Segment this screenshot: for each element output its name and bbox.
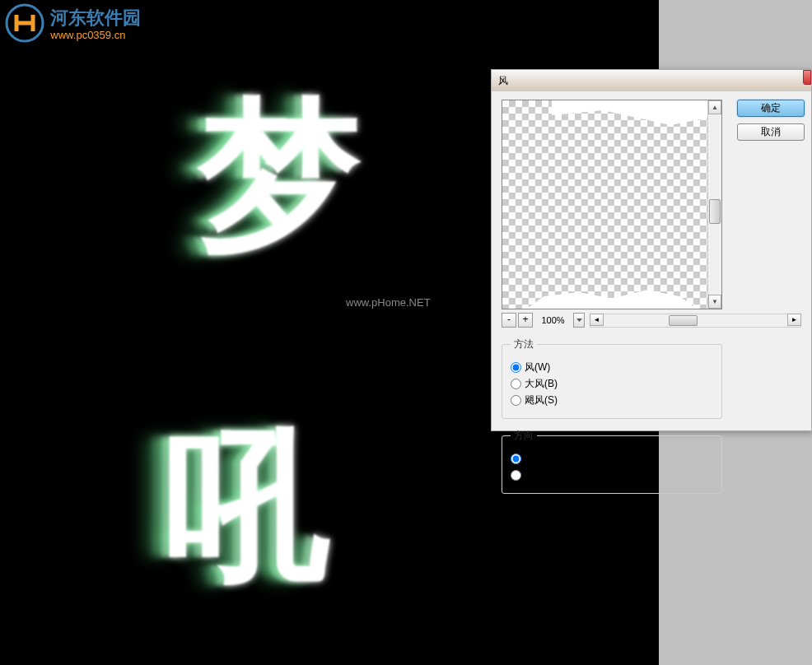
close-button[interactable]: [803, 70, 811, 85]
radio-wind[interactable]: 风(W): [511, 360, 713, 374]
cancel-button[interactable]: 取消: [737, 123, 805, 141]
logo-url: www.pc0359.cn: [50, 29, 141, 41]
radio-from-right[interactable]: 从右(R): [511, 452, 713, 466]
center-watermark: www.pHome.NET: [346, 296, 431, 309]
method-legend: 方法: [511, 337, 537, 351]
zoom-value: 100%: [534, 315, 572, 325]
radio-from-left-label: 从左(L): [525, 468, 557, 482]
logo-title: 河东软件园: [50, 6, 141, 30]
radio-blast-input[interactable]: [511, 379, 521, 389]
scroll-up-icon[interactable]: ▲: [708, 100, 721, 114]
dialog-title: 风: [498, 75, 508, 86]
chevron-down-icon: [576, 319, 582, 322]
radio-stagger[interactable]: 飓风(S): [511, 393, 713, 407]
canvas-text-2: 吼: [165, 395, 329, 617]
zoom-in-button[interactable]: +: [518, 313, 533, 328]
radio-from-right-label: 从右(R): [525, 452, 558, 466]
radio-blast-label: 大风(B): [525, 377, 558, 391]
canvas-text-1: 梦: [198, 66, 362, 288]
dialog-titlebar[interactable]: 风: [492, 70, 811, 91]
radio-stagger-label: 飓风(S): [525, 393, 558, 407]
radio-wind-label: 风(W): [525, 360, 550, 374]
radio-blast[interactable]: 大风(B): [511, 377, 713, 391]
zoom-controls: - + 100% ◄ ►: [502, 313, 801, 328]
radio-from-right-input[interactable]: [511, 453, 521, 464]
radio-stagger-input[interactable]: [511, 395, 521, 406]
wind-filter-dialog: 风 ▲ ▼ - + 100% ◄ ►: [491, 69, 812, 431]
radio-from-left-input[interactable]: [511, 470, 521, 481]
method-fieldset: 方法 风(W) 大风(B) 飓风(S): [502, 337, 722, 419]
scroll-thumb-horizontal[interactable]: [669, 315, 698, 326]
scroll-down-icon[interactable]: ▼: [708, 295, 721, 309]
zoom-dropdown[interactable]: [573, 313, 585, 328]
scroll-right-icon[interactable]: ►: [787, 314, 801, 326]
scroll-thumb-vertical[interactable]: [709, 199, 721, 224]
radio-from-left[interactable]: 从左(L): [511, 468, 713, 482]
radio-wind-input[interactable]: [511, 362, 521, 373]
direction-fieldset: 方向 从右(R) 从左(L): [502, 429, 722, 494]
preview-scrollbar-vertical[interactable]: ▲ ▼: [707, 100, 721, 309]
preview-box[interactable]: ▲ ▼: [502, 100, 722, 309]
watermark-logo: 河东软件园 www.pc0359.cn: [5, 3, 161, 43]
logo-icon: [5, 3, 44, 43]
scroll-left-icon[interactable]: ◄: [590, 314, 604, 326]
ok-button[interactable]: 确定: [737, 100, 805, 117]
preview-scrollbar-horizontal[interactable]: ◄ ►: [590, 314, 801, 328]
zoom-out-button[interactable]: -: [502, 313, 516, 328]
direction-legend: 方向: [511, 429, 537, 443]
